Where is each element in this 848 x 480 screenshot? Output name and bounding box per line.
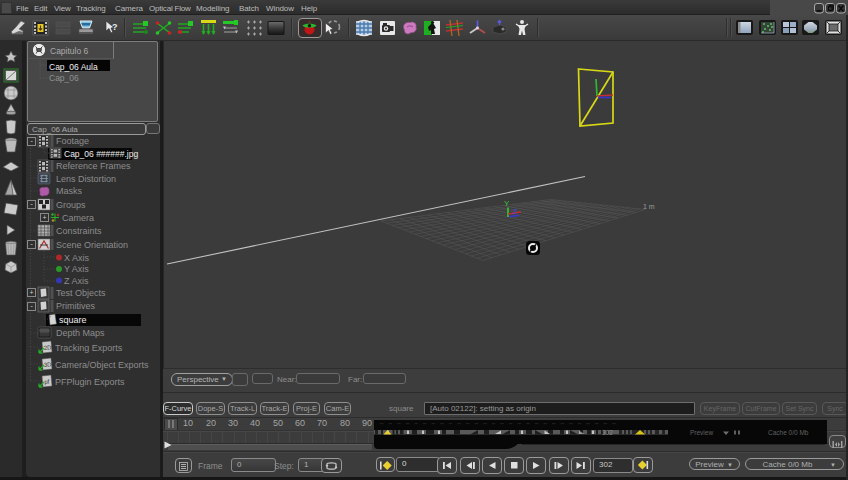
svg-text:2D: 2D: [44, 344, 53, 351]
svg-text:3D: 3D: [44, 361, 53, 368]
svg-text:Z: Z: [513, 208, 518, 215]
svg-text:pf: pf: [44, 379, 50, 385]
svg-text:1 m: 1 m: [643, 203, 655, 210]
svg-text:Cache 0/0 Mb: Cache 0/0 Mb: [768, 429, 809, 436]
svg-text:302: 302: [602, 429, 613, 436]
svg-text:Y: Y: [504, 199, 510, 208]
svg-text:Preview: Preview: [690, 429, 713, 436]
svg-text:?: ?: [112, 22, 118, 32]
